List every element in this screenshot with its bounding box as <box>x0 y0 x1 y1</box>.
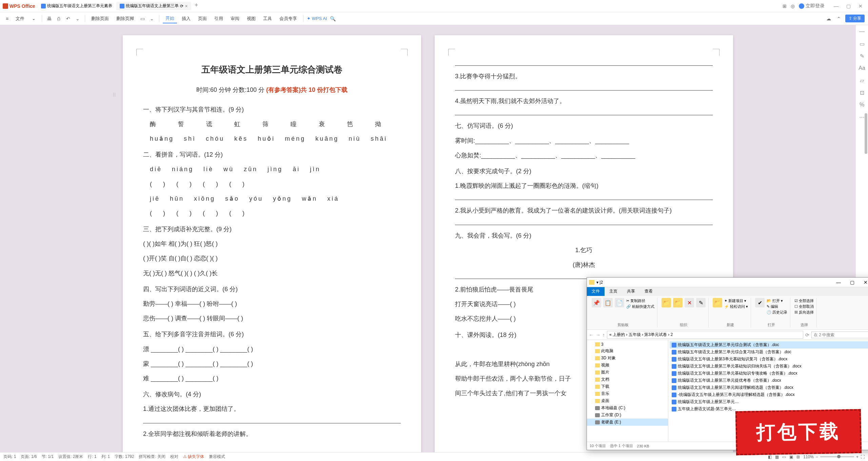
dropdown-icon[interactable]: ⌄ <box>29 15 38 22</box>
app-icon-1[interactable]: ⊞ <box>783 3 787 9</box>
redo-icon[interactable]: ⌄ <box>74 15 81 22</box>
print-icon[interactable]: ⎙ <box>55 15 62 22</box>
paste-icon[interactable]: 📄 <box>615 298 624 307</box>
selectall-btn[interactable]: ☑ 全部选择 <box>794 298 814 304</box>
cloud-icon[interactable]: ☁ <box>825 15 832 22</box>
tree-node[interactable]: 图片 <box>587 369 668 376</box>
tree-node[interactable]: 3 <box>587 341 668 347</box>
tree-node[interactable]: 此电脑 <box>587 347 668 355</box>
fit-icon[interactable]: ⛶ <box>861 455 865 459</box>
tab-member[interactable]: 会员专享 <box>277 14 300 23</box>
copypath-btn[interactable]: ✂ 复制路径 <box>626 298 654 304</box>
menu-icon[interactable]: ≡ <box>3 15 11 22</box>
tab-start[interactable]: 开始 <box>163 14 177 23</box>
maximize-button[interactable]: ▢ <box>844 3 853 9</box>
file-item[interactable]: 统编版语文五年级上册第三单元基础知识归纳关练习（含答案）.docx <box>670 363 868 370</box>
save-icon[interactable]: 🖶 <box>45 15 53 22</box>
tab-insert[interactable]: 插入 <box>179 14 193 23</box>
login-button[interactable]: 立即登录 <box>799 3 825 9</box>
tab-view[interactable]: 视图 <box>244 14 258 23</box>
delete-icon[interactable]: ✕ <box>685 298 694 307</box>
tree-node[interactable]: 文档 <box>587 376 668 383</box>
copy-icon[interactable]: 📋 <box>603 298 613 307</box>
up-icon[interactable]: ↑ <box>603 332 605 338</box>
scrollbar-thumb[interactable] <box>865 113 867 154</box>
doc-tab-1[interactable]: 统编版五年级语文上册第三单元素养 <box>38 2 116 10</box>
status-proof[interactable]: 校对 <box>170 454 178 460</box>
open-btn[interactable]: 📂 打开 ▾ <box>767 298 787 304</box>
app-icon-2[interactable]: ◎ <box>791 3 795 9</box>
explorer-maximize[interactable]: ▢ <box>845 280 859 285</box>
ribbon-tab-home[interactable]: 主页 <box>605 287 622 296</box>
delete-page-btn[interactable]: 删除页面 <box>88 14 112 23</box>
file-item[interactable]: 统编版语文五年级上册第三单元基础知识专项攻略（含答案）.docx <box>670 370 868 377</box>
explorer-minimize[interactable]: — <box>832 280 845 285</box>
more-icon[interactable]: ⌄ <box>148 15 156 22</box>
status-page[interactable]: 页码: 1 <box>3 454 16 460</box>
file-item[interactable]: 统编版语文五年级上册第三单元阅读理解精选题（含答案）.docx <box>670 384 868 391</box>
shape-icon[interactable]: ▱ <box>859 77 865 84</box>
tab-page[interactable]: 页面 <box>195 14 210 23</box>
more-icon[interactable]: ⋯ <box>859 114 865 121</box>
format-icon[interactable]: ▭ <box>139 15 146 22</box>
tree-node[interactable]: 音乐 <box>587 390 668 397</box>
pin-icon[interactable]: 📌 <box>592 298 601 307</box>
history-btn[interactable]: 🕐 历史记录 <box>767 309 787 315</box>
zoom-in-icon[interactable]: + <box>856 455 859 459</box>
copyto-icon[interactable]: 📁 <box>673 298 683 307</box>
wps-ai-button[interactable]: ✦ WPS AI <box>307 16 327 21</box>
ribbon-tab-view[interactable]: 查看 <box>640 287 657 296</box>
zoom-out-icon[interactable]: − <box>816 455 818 459</box>
drag-icon[interactable]: — <box>859 28 865 35</box>
zoom-slider[interactable] <box>820 456 854 457</box>
zoom-control[interactable]: 110% − + ⛶ <box>803 455 865 459</box>
status-words[interactable]: 字数: 1792 <box>115 454 134 460</box>
view-icon-2[interactable]: ▦ <box>775 455 779 459</box>
newitem-btn[interactable]: ✦ 新建项目 ▾ <box>724 298 748 304</box>
file-item[interactable]: 统编版五年级语文上册第三单元综合复习练习题（含答案）.doc <box>670 348 868 356</box>
view-icon-1[interactable]: ◧ <box>768 455 772 459</box>
rename-icon[interactable]: ✎ <box>696 298 706 307</box>
explorer-close[interactable]: ✕ <box>859 280 868 285</box>
close-button[interactable]: ✕ <box>856 3 865 9</box>
status-pages[interactable]: 页面: 1/6 <box>21 454 37 460</box>
newfolder-icon[interactable]: 📁 <box>713 298 722 307</box>
file-item[interactable]: 统编版语文五年级上册第三单元提优考卷（含答案）.docx <box>670 377 868 384</box>
doc-tab-2[interactable]: 统编版五年级语文上册第三单 ⟳ × <box>116 2 191 10</box>
ribbon-tab-file[interactable]: 文件 <box>587 287 605 296</box>
close-tab-icon[interactable]: × <box>185 3 188 9</box>
edit-btn[interactable]: ✎ 编辑 <box>767 304 787 309</box>
tree-node[interactable]: 本地磁盘 (C:) <box>587 404 668 412</box>
tree-node[interactable]: 工作室 (D:) <box>587 412 668 419</box>
undo-icon[interactable]: ↶ <box>64 15 72 22</box>
grab-handle-icon[interactable]: ⠿ <box>113 89 116 101</box>
tab-reference[interactable]: 引用 <box>212 14 226 23</box>
tab-tools[interactable]: 工具 <box>260 14 275 23</box>
delete-footer-btn[interactable]: 删除页脚 <box>114 14 137 23</box>
tab-review[interactable]: 审阅 <box>228 14 242 23</box>
tree-node[interactable]: 3D 对象 <box>587 355 668 362</box>
easyaccess-btn[interactable]: ⚡ 轻松访问 ▾ <box>724 304 748 309</box>
selectnone-btn[interactable]: ☐ 全部取消 <box>794 304 814 309</box>
status-font[interactable]: ⚠ 缺失字体 <box>183 454 204 460</box>
breadcrumb[interactable]: « 上册的 › 五年级 › 第3单元试卷 › 2 <box>607 331 803 339</box>
file-menu[interactable]: 文件 <box>13 14 27 23</box>
file-item[interactable]: 统编版语文五年级上册第3单元基础知识复习（含答案）.docx <box>670 356 868 363</box>
explorer-titlebar[interactable]: ▾ | 2 — ▢ ✕ <box>587 278 868 287</box>
tree-node[interactable]: 老硬盘 (E:) <box>587 419 668 426</box>
tree-node[interactable]: 视频 <box>587 362 668 369</box>
ruler-icon[interactable]: ⊡ <box>859 89 865 96</box>
view-icon-3[interactable]: ▭ <box>782 455 786 459</box>
refresh-icon[interactable]: ⟳ <box>805 332 809 338</box>
file-item[interactable]: -统编版语文五年级上册第三单元阅读理解精选题（含答案）.docx <box>670 391 868 398</box>
search-icon[interactable]: 🔍 <box>329 15 336 22</box>
back-icon[interactable]: ← <box>589 332 594 338</box>
ribbon-tab-share[interactable]: 共享 <box>622 287 640 296</box>
explorer-search-input[interactable] <box>811 332 868 338</box>
invert-btn[interactable]: ☒ 反向选择 <box>794 309 814 315</box>
text-icon[interactable]: Aa <box>859 65 865 72</box>
file-item[interactable]: 统编版五年级语文上册第三单元综合测试（含答案）.doc <box>670 341 868 348</box>
moveto-icon[interactable]: 📁 <box>662 298 671 307</box>
tree-node[interactable]: 桌面 <box>587 397 668 404</box>
select-icon[interactable]: ▭ <box>859 41 865 47</box>
